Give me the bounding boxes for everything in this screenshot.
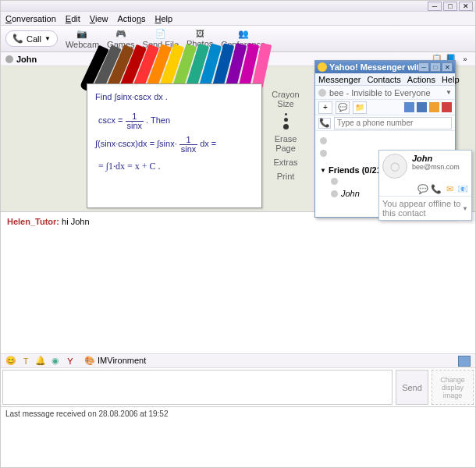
card-sms-icon[interactable]: ✉ <box>444 183 455 194</box>
status-dot-icon <box>5 55 13 63</box>
msgr-maximize-button[interactable]: □ <box>430 62 441 72</box>
msgr-menu-messenger[interactable]: Messenger <box>318 75 361 84</box>
buddy-name: John <box>16 55 37 64</box>
extras-button[interactable]: Extras <box>273 158 297 167</box>
messenger-titlebar[interactable]: Yahoo! Messenger with Voice (BETA) ─ □ ✕ <box>315 61 455 73</box>
message-input[interactable] <box>2 370 393 405</box>
audibles-icon[interactable]: ◉ <box>50 356 61 367</box>
card-footer[interactable]: You appear offline to this contact ▼ <box>379 196 471 220</box>
radio-icon[interactable] <box>429 102 439 112</box>
print-button[interactable]: Print <box>277 172 295 181</box>
mail-icon[interactable] <box>404 102 414 112</box>
webcam-button[interactable]: 📷 Webcam <box>66 29 99 49</box>
call-button[interactable]: 📞 Call ▼ <box>5 30 58 47</box>
display-image-button[interactable]: Change display image <box>432 370 474 405</box>
status-line: Last message received on 28.08.2006 at 1… <box>1 407 475 420</box>
size-selector[interactable] <box>283 113 289 129</box>
status-dot-icon <box>320 150 327 157</box>
message-sender: Helen_Tutor: <box>7 217 59 226</box>
crayon-size-label[interactable]: Crayon Size <box>266 90 305 108</box>
hw-text: Find <box>95 92 114 101</box>
hw-text: dx = <box>200 139 216 148</box>
list-item[interactable] <box>320 134 450 147</box>
menu-edit[interactable]: Edit <box>66 14 80 23</box>
news-icon[interactable] <box>442 102 452 112</box>
whiteboard[interactable]: Find ∫sinx·cscx dx . cscx = 1sinx . Then… <box>87 83 262 208</box>
status-dot-icon <box>331 178 338 185</box>
msgr-menu-help[interactable]: Help <box>442 75 460 84</box>
menu-actions[interactable]: Actions <box>117 14 145 23</box>
card-email: bee@msn.com <box>412 163 468 171</box>
card-call-icon[interactable]: 📞 <box>431 183 442 194</box>
messenger-menubar: Messenger Contacts Actions Help <box>315 73 455 86</box>
hw-text: = ∫1·dx = x + C . <box>98 161 161 172</box>
menu-conversation[interactable]: CConversationonversation <box>5 14 56 23</box>
buzz-icon[interactable]: 🔔 <box>35 356 46 367</box>
games-icon: 🎮 <box>115 29 126 39</box>
msgr-menu-contacts[interactable]: Contacts <box>367 75 400 84</box>
hw-text: . Then <box>146 115 170 125</box>
hw-text: ∫(sinx·cscx)dx = ∫sinx· <box>95 139 179 148</box>
messenger-title: Yahoo! Messenger with Voice (BETA) <box>329 62 418 72</box>
main-titlebar: ─ □ ✕ <box>1 1 475 12</box>
format-bar: 😊 T 🔔 ◉ Y 🎨 IMVironment <box>1 354 475 368</box>
expand-icon[interactable]: » <box>460 54 471 65</box>
photos-icon: 🖼 <box>196 29 204 38</box>
contact-hover-card: ◯ John bee@msn.com 💬 📞 ✉ 📧 You appear of… <box>378 150 472 221</box>
close-button[interactable]: ✕ <box>459 2 473 11</box>
chevron-down-icon: ▼ <box>462 205 468 212</box>
format-icon[interactable]: T <box>20 356 31 367</box>
maximize-button[interactable]: □ <box>443 2 457 11</box>
compose-row: Send Change display image <box>1 368 475 407</box>
card-actions: 💬 📞 ✉ 📧 <box>379 182 471 196</box>
avatar: ◯ <box>382 154 407 179</box>
chevron-down-icon[interactable]: ▼ <box>446 89 452 96</box>
chat-button[interactable]: 💬 <box>336 101 350 114</box>
phone-row: 📞 <box>315 115 455 131</box>
phone-button[interactable]: 📞 <box>318 118 331 129</box>
msgr-minimize-button[interactable]: ─ <box>418 62 429 72</box>
my-status-text: bee - Invisible to Everyone <box>329 88 431 98</box>
menu-help[interactable]: Help <box>155 14 173 23</box>
yahoo-logo-icon <box>318 62 327 72</box>
message-text: hi John <box>59 217 90 226</box>
yahoo-icon[interactable]: Y <box>65 356 76 367</box>
minimize-button[interactable]: ─ <box>428 2 442 11</box>
my-status-row[interactable]: bee - Invisible to Everyone ▼ <box>315 86 455 100</box>
conference-icon: 👥 <box>238 29 249 39</box>
phone-icon: 📞 <box>12 34 23 44</box>
webcam-icon: 📷 <box>76 29 87 39</box>
hw-text: ∫sinx·cscx dx . <box>114 92 167 101</box>
send-button[interactable]: Send <box>396 370 428 405</box>
card-name: John <box>412 154 468 163</box>
folder-button[interactable]: 📁 <box>353 101 367 114</box>
messenger-toolbar: + 💬 📁 <box>315 100 455 115</box>
chevron-down-icon: ▼ <box>44 35 51 42</box>
triangle-down-icon: ▼ <box>320 167 326 174</box>
my-status-icon <box>318 89 326 97</box>
smiley-icon[interactable]: 😊 <box>5 356 16 367</box>
hw-text: cscx = <box>98 115 126 125</box>
imv-icon: 🎨 <box>84 356 95 365</box>
imvironment-button[interactable]: 🎨 IMVironment <box>84 356 146 366</box>
whiteboard-controls: Crayon Size Erase Page Extras Print <box>266 90 305 181</box>
call-label: Call <box>27 34 41 44</box>
contact-card-icon[interactable] <box>458 356 471 367</box>
msgr-menu-actions[interactable]: Actions <box>407 75 435 84</box>
status-dot-icon <box>320 137 327 144</box>
card-im-icon[interactable]: 💬 <box>417 183 428 194</box>
conversation-log: Helen_Tutor: hi John <box>1 212 475 354</box>
file-icon: 📄 <box>155 29 166 39</box>
main-menubar: CConversationonversation Edit View Actio… <box>1 12 475 26</box>
calendar-icon[interactable] <box>417 102 427 112</box>
menu-view[interactable]: View <box>90 14 108 23</box>
phone-input[interactable] <box>334 117 452 129</box>
msgr-close-button[interactable]: ✕ <box>442 62 453 72</box>
add-contact-button[interactable]: + <box>318 101 332 114</box>
card-mail-icon[interactable]: 📧 <box>457 183 468 194</box>
erase-page-button[interactable]: Erase Page <box>266 134 305 153</box>
status-dot-icon <box>331 190 338 197</box>
